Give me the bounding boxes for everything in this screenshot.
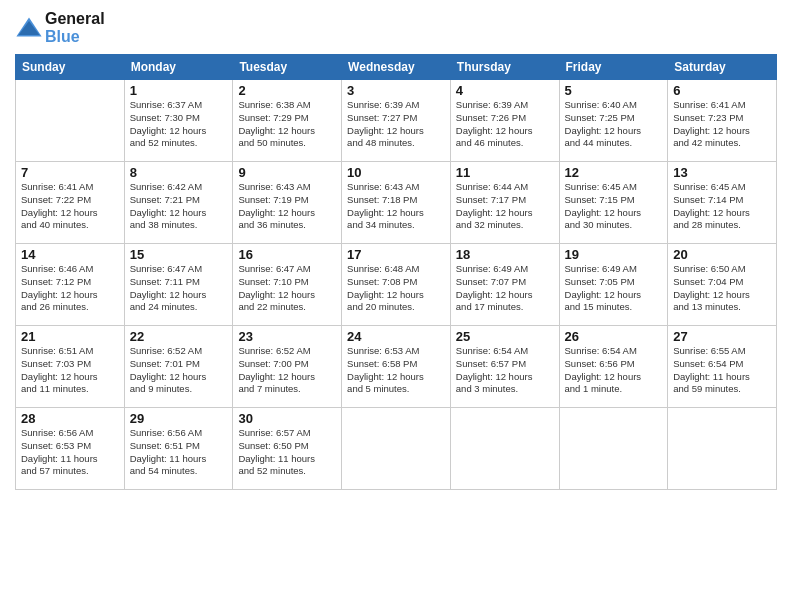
calendar-week-row: 28Sunrise: 6:56 AM Sunset: 6:53 PM Dayli… (16, 408, 777, 490)
day-number: 5 (565, 83, 663, 98)
calendar-week-row: 21Sunrise: 6:51 AM Sunset: 7:03 PM Dayli… (16, 326, 777, 408)
day-number: 1 (130, 83, 228, 98)
calendar-cell (450, 408, 559, 490)
calendar-cell: 24Sunrise: 6:53 AM Sunset: 6:58 PM Dayli… (342, 326, 451, 408)
calendar-cell: 17Sunrise: 6:48 AM Sunset: 7:08 PM Dayli… (342, 244, 451, 326)
cell-info: Sunrise: 6:55 AM Sunset: 6:54 PM Dayligh… (673, 345, 771, 396)
calendar-cell: 27Sunrise: 6:55 AM Sunset: 6:54 PM Dayli… (668, 326, 777, 408)
calendar-cell: 26Sunrise: 6:54 AM Sunset: 6:56 PM Dayli… (559, 326, 668, 408)
calendar-cell: 7Sunrise: 6:41 AM Sunset: 7:22 PM Daylig… (16, 162, 125, 244)
cell-info: Sunrise: 6:54 AM Sunset: 6:56 PM Dayligh… (565, 345, 663, 396)
day-number: 24 (347, 329, 445, 344)
cell-info: Sunrise: 6:45 AM Sunset: 7:14 PM Dayligh… (673, 181, 771, 232)
calendar-cell: 12Sunrise: 6:45 AM Sunset: 7:15 PM Dayli… (559, 162, 668, 244)
day-number: 19 (565, 247, 663, 262)
cell-info: Sunrise: 6:39 AM Sunset: 7:26 PM Dayligh… (456, 99, 554, 150)
cell-info: Sunrise: 6:38 AM Sunset: 7:29 PM Dayligh… (238, 99, 336, 150)
logo: General Blue (15, 10, 105, 46)
day-number: 27 (673, 329, 771, 344)
calendar-cell: 10Sunrise: 6:43 AM Sunset: 7:18 PM Dayli… (342, 162, 451, 244)
logo-text: General Blue (45, 10, 105, 46)
day-number: 28 (21, 411, 119, 426)
calendar-cell: 1Sunrise: 6:37 AM Sunset: 7:30 PM Daylig… (124, 80, 233, 162)
day-number: 8 (130, 165, 228, 180)
cell-info: Sunrise: 6:43 AM Sunset: 7:19 PM Dayligh… (238, 181, 336, 232)
calendar-cell: 5Sunrise: 6:40 AM Sunset: 7:25 PM Daylig… (559, 80, 668, 162)
logo-icon (15, 14, 43, 42)
calendar-cell: 13Sunrise: 6:45 AM Sunset: 7:14 PM Dayli… (668, 162, 777, 244)
calendar-cell: 4Sunrise: 6:39 AM Sunset: 7:26 PM Daylig… (450, 80, 559, 162)
day-number: 20 (673, 247, 771, 262)
cell-info: Sunrise: 6:41 AM Sunset: 7:23 PM Dayligh… (673, 99, 771, 150)
day-number: 26 (565, 329, 663, 344)
calendar-cell: 29Sunrise: 6:56 AM Sunset: 6:51 PM Dayli… (124, 408, 233, 490)
day-number: 4 (456, 83, 554, 98)
calendar-cell: 3Sunrise: 6:39 AM Sunset: 7:27 PM Daylig… (342, 80, 451, 162)
calendar-cell: 15Sunrise: 6:47 AM Sunset: 7:11 PM Dayli… (124, 244, 233, 326)
day-number: 2 (238, 83, 336, 98)
day-number: 21 (21, 329, 119, 344)
day-number: 29 (130, 411, 228, 426)
day-number: 10 (347, 165, 445, 180)
header: General Blue (15, 10, 777, 46)
calendar-week-row: 14Sunrise: 6:46 AM Sunset: 7:12 PM Dayli… (16, 244, 777, 326)
day-number: 23 (238, 329, 336, 344)
day-number: 15 (130, 247, 228, 262)
calendar-cell: 18Sunrise: 6:49 AM Sunset: 7:07 PM Dayli… (450, 244, 559, 326)
cell-info: Sunrise: 6:51 AM Sunset: 7:03 PM Dayligh… (21, 345, 119, 396)
weekday-header: Thursday (450, 55, 559, 80)
calendar-cell: 16Sunrise: 6:47 AM Sunset: 7:10 PM Dayli… (233, 244, 342, 326)
calendar-cell (16, 80, 125, 162)
cell-info: Sunrise: 6:49 AM Sunset: 7:05 PM Dayligh… (565, 263, 663, 314)
svg-marker-1 (19, 21, 40, 35)
weekday-header: Tuesday (233, 55, 342, 80)
day-number: 17 (347, 247, 445, 262)
day-number: 6 (673, 83, 771, 98)
day-number: 18 (456, 247, 554, 262)
calendar-cell: 28Sunrise: 6:56 AM Sunset: 6:53 PM Dayli… (16, 408, 125, 490)
cell-info: Sunrise: 6:45 AM Sunset: 7:15 PM Dayligh… (565, 181, 663, 232)
calendar-cell: 8Sunrise: 6:42 AM Sunset: 7:21 PM Daylig… (124, 162, 233, 244)
calendar-cell: 11Sunrise: 6:44 AM Sunset: 7:17 PM Dayli… (450, 162, 559, 244)
weekday-header: Sunday (16, 55, 125, 80)
day-number: 13 (673, 165, 771, 180)
cell-info: Sunrise: 6:47 AM Sunset: 7:10 PM Dayligh… (238, 263, 336, 314)
cell-info: Sunrise: 6:44 AM Sunset: 7:17 PM Dayligh… (456, 181, 554, 232)
day-number: 16 (238, 247, 336, 262)
cell-info: Sunrise: 6:37 AM Sunset: 7:30 PM Dayligh… (130, 99, 228, 150)
calendar-cell: 19Sunrise: 6:49 AM Sunset: 7:05 PM Dayli… (559, 244, 668, 326)
cell-info: Sunrise: 6:57 AM Sunset: 6:50 PM Dayligh… (238, 427, 336, 478)
day-number: 30 (238, 411, 336, 426)
weekday-header: Monday (124, 55, 233, 80)
calendar-cell: 14Sunrise: 6:46 AM Sunset: 7:12 PM Dayli… (16, 244, 125, 326)
calendar-cell: 9Sunrise: 6:43 AM Sunset: 7:19 PM Daylig… (233, 162, 342, 244)
cell-info: Sunrise: 6:41 AM Sunset: 7:22 PM Dayligh… (21, 181, 119, 232)
cell-info: Sunrise: 6:39 AM Sunset: 7:27 PM Dayligh… (347, 99, 445, 150)
cell-info: Sunrise: 6:47 AM Sunset: 7:11 PM Dayligh… (130, 263, 228, 314)
cell-info: Sunrise: 6:43 AM Sunset: 7:18 PM Dayligh… (347, 181, 445, 232)
page: General Blue SundayMondayTuesdayWednesda… (0, 0, 792, 612)
cell-info: Sunrise: 6:52 AM Sunset: 7:01 PM Dayligh… (130, 345, 228, 396)
cell-info: Sunrise: 6:46 AM Sunset: 7:12 PM Dayligh… (21, 263, 119, 314)
calendar-cell: 22Sunrise: 6:52 AM Sunset: 7:01 PM Dayli… (124, 326, 233, 408)
calendar-cell: 2Sunrise: 6:38 AM Sunset: 7:29 PM Daylig… (233, 80, 342, 162)
weekday-header: Friday (559, 55, 668, 80)
day-number: 25 (456, 329, 554, 344)
cell-info: Sunrise: 6:52 AM Sunset: 7:00 PM Dayligh… (238, 345, 336, 396)
cell-info: Sunrise: 6:56 AM Sunset: 6:53 PM Dayligh… (21, 427, 119, 478)
cell-info: Sunrise: 6:54 AM Sunset: 6:57 PM Dayligh… (456, 345, 554, 396)
calendar-cell (342, 408, 451, 490)
cell-info: Sunrise: 6:40 AM Sunset: 7:25 PM Dayligh… (565, 99, 663, 150)
calendar-cell: 6Sunrise: 6:41 AM Sunset: 7:23 PM Daylig… (668, 80, 777, 162)
day-number: 12 (565, 165, 663, 180)
cell-info: Sunrise: 6:49 AM Sunset: 7:07 PM Dayligh… (456, 263, 554, 314)
cell-info: Sunrise: 6:56 AM Sunset: 6:51 PM Dayligh… (130, 427, 228, 478)
calendar-cell (668, 408, 777, 490)
calendar: SundayMondayTuesdayWednesdayThursdayFrid… (15, 54, 777, 490)
calendar-week-row: 1Sunrise: 6:37 AM Sunset: 7:30 PM Daylig… (16, 80, 777, 162)
day-number: 9 (238, 165, 336, 180)
calendar-cell: 23Sunrise: 6:52 AM Sunset: 7:00 PM Dayli… (233, 326, 342, 408)
day-number: 11 (456, 165, 554, 180)
calendar-cell (559, 408, 668, 490)
day-number: 3 (347, 83, 445, 98)
